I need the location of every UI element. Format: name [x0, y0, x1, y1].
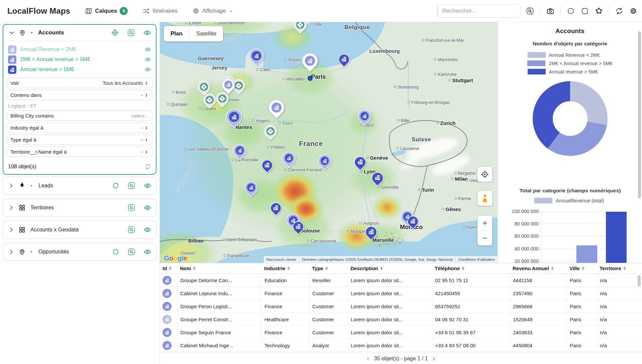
sort-icon[interactable]: [193, 266, 196, 270]
visibility-eye-icon[interactable]: [143, 29, 151, 37]
layer-card-accounts-x-geodata[interactable]: Accounts x Geodata: [3, 221, 156, 239]
map-type-plan-button[interactable]: Plan: [164, 26, 189, 41]
account-pin-dark[interactable]: [371, 172, 384, 187]
layer-caret-icon[interactable]: [29, 249, 34, 254]
settings-gear-icon[interactable]: [629, 7, 637, 15]
pegman-button[interactable]: [477, 191, 492, 206]
account-pin-dark[interactable]: [293, 221, 304, 235]
table-row[interactable]: Groupe Seguin FranceFinanceCustomerLorem…: [160, 326, 642, 339]
expand-chevron-icon[interactable]: [8, 226, 15, 233]
account-pin-white[interactable]: [269, 100, 285, 120]
my-location-button[interactable]: [477, 167, 492, 182]
sort-icon[interactable]: [169, 266, 172, 270]
table-row[interactable]: Groupe Delorme Con...EducationResellerLo…: [160, 274, 642, 287]
next-page-button[interactable]: ›: [432, 355, 435, 362]
zoom-selection-icon[interactable]: [127, 226, 135, 234]
terms-link[interactable]: Conditions d'utilisation: [455, 256, 498, 263]
filter-input-row[interactable]: Billing City containsvaleur...: [7, 111, 152, 121]
account-pin-light[interactable]: [318, 154, 331, 171]
column-header-industrie[interactable]: Industrie: [261, 263, 309, 274]
account-pin-dark[interactable]: [354, 156, 366, 171]
sort-icon[interactable]: [325, 266, 328, 270]
table-scrollbar[interactable]: [638, 275, 641, 287]
account-pin-white[interactable]: [302, 53, 318, 73]
dashed-circle-icon[interactable]: [567, 7, 575, 15]
selected-location-dot[interactable]: [308, 76, 313, 81]
sort-icon[interactable]: [462, 266, 464, 270]
layer-card-opportunit-s[interactable]: Opportunités: [3, 243, 156, 261]
dashed-square-icon[interactable]: [581, 7, 589, 15]
map-type-satellite-button[interactable]: Satellite: [190, 26, 223, 41]
account-pin-dark[interactable]: [338, 54, 350, 68]
filter-select-row[interactable]: Type égal à-: [7, 135, 152, 145]
column-header-nom[interactable]: Nom: [177, 263, 261, 274]
pin-caret-icon[interactable]: [29, 30, 34, 35]
zoom-selection-icon[interactable]: [127, 29, 135, 37]
camera-icon[interactable]: [546, 7, 554, 15]
table-row[interactable]: Cabinet Michaud Inge...TechnologyAnalyst…: [160, 339, 642, 352]
account-pin-light[interactable]: [282, 152, 296, 168]
filter-select-row[interactable]: Territoire__r.Name égal à-: [7, 147, 152, 157]
question-pin[interactable]: ?: [203, 94, 216, 110]
visibility-eye-icon[interactable]: [143, 204, 151, 212]
sort-icon[interactable]: [623, 266, 626, 270]
zoom-in-button[interactable]: +: [477, 216, 492, 230]
account-pin-dark[interactable]: [270, 202, 282, 217]
account-pin-white[interactable]: [222, 78, 235, 95]
sort-icon[interactable]: [380, 266, 383, 270]
expand-chevron-icon[interactable]: [8, 204, 15, 211]
table-row[interactable]: Cabinet Lejeune Indu...FinanceCustomerLo…: [160, 287, 642, 300]
account-pin-dark[interactable]: [365, 226, 377, 241]
account-pin-light[interactable]: [249, 48, 264, 67]
selection-search-icon[interactable]: [526, 7, 534, 15]
column-header-ville[interactable]: Ville: [567, 263, 597, 274]
circle-indicator-icon[interactable]: [112, 182, 119, 189]
question-pin[interactable]: ?: [264, 125, 277, 141]
account-pin-light[interactable]: [233, 144, 246, 161]
polygon-select-icon[interactable]: [595, 7, 603, 15]
account-pin-light[interactable]: [226, 109, 242, 129]
layer-card-leads[interactable]: Leads: [3, 177, 156, 195]
account-pin-light[interactable]: [358, 110, 371, 126]
column-header-revenu-annuel[interactable]: Revenu Annuel: [510, 263, 567, 274]
refresh-icon[interactable]: [615, 7, 623, 15]
zoom-selection-icon[interactable]: [127, 182, 135, 190]
account-pin-dark[interactable]: [407, 216, 419, 230]
zoom-out-button[interactable]: −: [477, 231, 492, 245]
filter-select-row[interactable]: Contenu dans-: [7, 90, 152, 100]
account-pin-dark[interactable]: [261, 160, 273, 174]
search-input[interactable]: [438, 5, 520, 17]
locate-layer-icon[interactable]: [111, 29, 119, 37]
zoom-selection-icon[interactable]: [127, 248, 135, 256]
expand-chevron-icon[interactable]: [8, 182, 15, 189]
routes-button[interactable]: Itinéraires: [142, 7, 178, 15]
filter-select-row[interactable]: VoirTous les Accounts: [7, 78, 152, 88]
layer-card-territoires[interactable]: Territoires: [3, 199, 156, 217]
visibility-eye-icon[interactable]: [143, 248, 151, 256]
panel-scrollbar[interactable]: [638, 31, 641, 198]
column-header-t-l-phone[interactable]: Téléphone: [432, 263, 510, 274]
collapse-chevron-icon[interactable]: [8, 29, 15, 36]
layer-caret-icon[interactable]: [29, 183, 34, 188]
layers-button[interactable]: Calques 5: [85, 7, 128, 15]
map-canvas[interactable]: BelgiqueLuxembourgGuerneseyJerseyFranceS…: [160, 22, 498, 263]
sort-icon[interactable]: [582, 266, 584, 270]
column-header-type[interactable]: Type: [309, 263, 348, 274]
zoom-selection-icon[interactable]: [127, 204, 135, 212]
keyboard-shortcuts-link[interactable]: Raccourcis clavier: [264, 256, 299, 263]
refresh-icon[interactable]: [144, 163, 151, 170]
filter-select-row[interactable]: Industry égal à-: [7, 123, 152, 133]
visibility-eye-icon[interactable]: [143, 182, 151, 190]
column-header-id[interactable]: Id: [160, 263, 177, 274]
visibility-eye-icon[interactable]: [143, 226, 151, 234]
account-pin-light[interactable]: [244, 181, 258, 198]
column-header-territoire[interactable]: Territoire: [597, 263, 637, 274]
sort-icon[interactable]: [551, 266, 554, 270]
category-visibility-eye-icon[interactable]: [144, 66, 151, 73]
circle-indicator-icon[interactable]: [112, 248, 119, 255]
expand-chevron-icon[interactable]: [8, 248, 15, 255]
table-row[interactable]: Groupe Perret Constr...HealthcareCustome…: [160, 313, 642, 326]
prev-page-button[interactable]: ‹: [367, 355, 369, 362]
category-visibility-eye-icon[interactable]: [144, 56, 151, 63]
question-pin[interactable]: ?: [294, 22, 307, 34]
